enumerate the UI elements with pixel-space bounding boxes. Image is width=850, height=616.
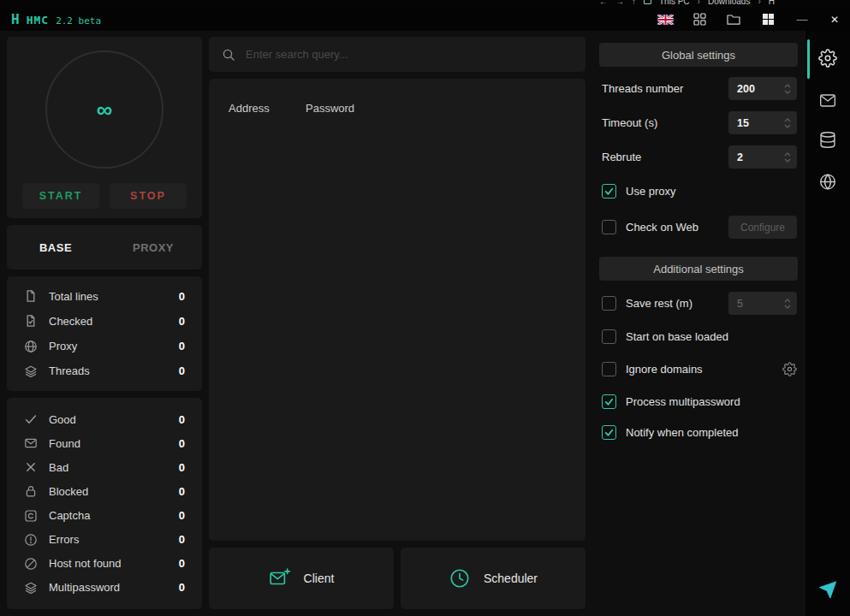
stat-row-found: Found 0 [7, 432, 202, 454]
forward-icon[interactable]: → [615, 0, 624, 6]
settings-gear-icon[interactable] [818, 49, 837, 68]
stepper-up-icon[interactable] [784, 152, 791, 157]
breadcrumb-item[interactable]: H [769, 0, 775, 6]
save-rest-checkbox[interactable] [602, 296, 616, 311]
search-input[interactable] [246, 48, 573, 61]
side-toolbar [805, 31, 850, 616]
back-icon[interactable]: ← [599, 0, 608, 6]
stat-value: 0 [179, 557, 185, 570]
rebrute-label: Rebrute [602, 151, 641, 163]
stat-value: 0 [179, 364, 185, 377]
stepper-up-icon[interactable] [784, 118, 791, 122]
number-stepper [784, 84, 791, 94]
stepper-down-icon[interactable] [784, 305, 791, 309]
check-on-web-checkbox[interactable] [602, 220, 616, 234]
clock-icon [449, 567, 471, 589]
start-button[interactable]: START [22, 183, 99, 209]
number-stepper [784, 118, 791, 128]
stat-value: 0 [179, 315, 185, 328]
stat-label: Total lines [49, 290, 98, 303]
stat-value: 0 [179, 485, 185, 498]
start-stop-row: START STOP [22, 183, 187, 209]
titlebar-controls: — ✕ [648, 8, 850, 31]
configure-button[interactable]: Configure [728, 216, 797, 239]
rebrute-input[interactable]: 2 [728, 145, 797, 169]
results-table: Address Password [209, 79, 585, 541]
globe-section-icon[interactable] [819, 173, 837, 191]
language-flag-icon[interactable] [648, 8, 682, 31]
global-settings-header[interactable]: Global settings [599, 43, 798, 67]
breadcrumb-item[interactable]: This PC [659, 0, 690, 6]
control-card: ∞ START STOP [7, 37, 202, 218]
globe-icon [24, 340, 38, 353]
column-header-password[interactable]: Password [306, 102, 354, 115]
notify-completed-checkbox[interactable] [602, 425, 616, 440]
timeout-value: 15 [737, 117, 781, 129]
tab-proxy[interactable]: PROXY [104, 225, 202, 270]
up-icon[interactable]: ↑ [632, 0, 636, 6]
breadcrumb-separator-icon: › [758, 0, 760, 6]
start-on-base-checkbox[interactable] [602, 329, 616, 344]
stat-label: Good [49, 413, 76, 426]
folder-icon[interactable] [716, 8, 751, 31]
captcha-icon [24, 509, 38, 523]
stat-label: Bad [49, 461, 68, 474]
stop-button[interactable]: STOP [110, 183, 187, 209]
stepper-up-icon[interactable] [784, 84, 791, 88]
scheduler-button-label: Scheduler [484, 572, 538, 585]
envelope-plus-icon [269, 567, 291, 589]
app-logo-icon: H [11, 13, 20, 27]
stat-value: 0 [179, 340, 185, 352]
search-bar [209, 37, 585, 72]
stat-row-host-not-found: Host not found 0 [7, 553, 202, 575]
stepper-down-icon[interactable] [784, 90, 791, 94]
mail-section-icon[interactable] [819, 92, 837, 110]
stat-label: Blocked [49, 485, 88, 498]
scheduler-button[interactable]: Scheduler [401, 548, 585, 609]
table-header: Address Password [229, 102, 566, 115]
use-proxy-row: Use proxy [602, 182, 797, 199]
layers-icon [24, 364, 38, 378]
stepper-up-icon[interactable] [784, 299, 791, 303]
breadcrumb-item[interactable]: Downloads [708, 0, 750, 6]
database-section-icon[interactable] [819, 131, 837, 149]
minimize-button[interactable]: — [785, 8, 819, 31]
ignore-domains-gear-icon[interactable] [782, 362, 797, 376]
check-icon [24, 412, 38, 426]
stat-label: Captcha [49, 509, 90, 522]
use-proxy-label: Use proxy [626, 185, 676, 198]
ignore-domains-checkbox[interactable] [602, 362, 616, 376]
timeout-row: Timeout (s) 15 [602, 111, 797, 134]
close-button[interactable]: ✕ [819, 8, 850, 31]
apps-grid-icon[interactable] [682, 8, 716, 31]
stat-label: Host not found [49, 557, 122, 570]
client-button[interactable]: Client [209, 548, 394, 609]
stat-row-multipassword: Multipassword 0 [7, 577, 202, 599]
process-multipassword-checkbox[interactable] [602, 394, 616, 409]
telegram-send-icon[interactable] [818, 580, 838, 600]
timeout-input[interactable]: 15 [728, 111, 797, 134]
threads-number-label: Threads number [602, 82, 683, 95]
stepper-down-icon[interactable] [784, 124, 791, 128]
this-pc-icon [644, 0, 651, 4]
process-multipassword-row: Process multipassword [602, 393, 797, 410]
number-stepper [784, 299, 791, 309]
background-explorer-bar: ← → ↑ This PC › Downloads › H [0, 0, 850, 8]
check-on-web-label: Check on Web [626, 221, 698, 234]
column-header-address[interactable]: Address [229, 102, 306, 115]
error-icon [24, 533, 38, 547]
stat-row-total-lines: Total lines 0 [7, 285, 202, 307]
tab-base[interactable]: BASE [7, 225, 104, 270]
explorer-breadcrumb: ← → ↑ This PC › Downloads › H [599, 0, 775, 8]
threads-number-input[interactable]: 200 [728, 77, 797, 100]
titlebar: H HMC 2.2 beta [0, 8, 850, 31]
additional-settings-header[interactable]: Additional settings [599, 257, 798, 281]
stepper-down-icon[interactable] [784, 158, 791, 163]
stats-card: Total lines 0 Checked 0 Proxy 0 Threads … [7, 276, 202, 391]
number-stepper [784, 152, 791, 163]
windows-icon[interactable] [751, 8, 785, 31]
envelope-icon [24, 436, 38, 450]
stat-value: 0 [179, 413, 185, 426]
use-proxy-checkbox[interactable] [602, 184, 616, 198]
save-rest-input[interactable]: 5 [728, 292, 797, 315]
